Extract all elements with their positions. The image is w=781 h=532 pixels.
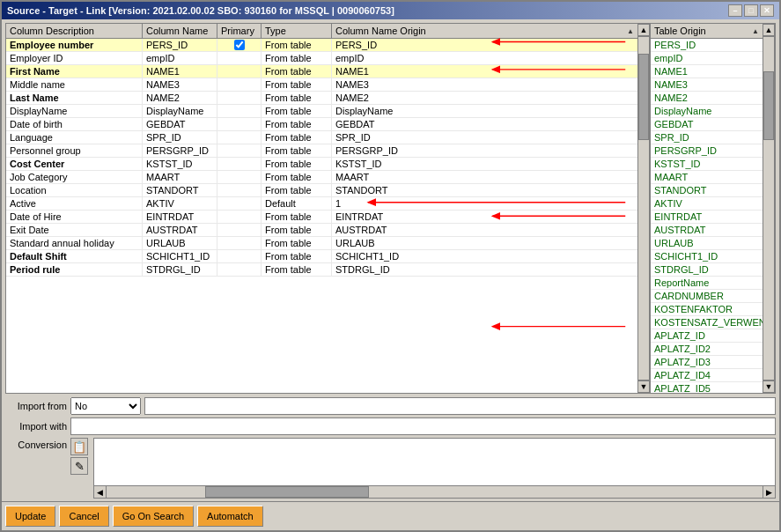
list-item[interactable]: APLATZ_ID4 <box>651 369 763 382</box>
h-scrollbar[interactable]: ◀ ▶ <box>93 486 776 499</box>
scroll-track[interactable] <box>637 36 650 381</box>
table-row[interactable]: Middle nameNAME3From tableNAME3 <box>6 78 637 92</box>
list-item[interactable]: MAART <box>651 171 763 184</box>
cell-primary[interactable] <box>217 52 262 64</box>
h-scroll-thumb[interactable] <box>205 486 369 498</box>
list-item[interactable]: AUSTRDAT <box>651 224 763 237</box>
list-item[interactable]: KOSTENSATZ_VERWENDEN <box>651 316 763 329</box>
list-item[interactable]: APLATZ_ID3 <box>651 356 763 369</box>
automatch-button[interactable]: Automatch <box>197 506 263 527</box>
cell-primary[interactable] <box>217 224 262 236</box>
h-scroll-left[interactable]: ◀ <box>94 486 107 498</box>
table-row[interactable]: Period ruleSTDRGL_IDFrom tableSTDRGL_ID <box>6 263 637 277</box>
table-row[interactable]: First NameNAME1From tableNAME1 <box>6 65 637 78</box>
table-row[interactable]: Exit DateAUSTRDATFrom tableAUSTRDAT <box>6 224 637 237</box>
table-row[interactable]: Employee numberPERS_IDFrom tablePERS_ID <box>6 39 637 52</box>
list-item[interactable]: URLAUB <box>651 237 763 250</box>
list-item[interactable]: PERSGRP_ID <box>651 144 763 158</box>
cell-primary[interactable] <box>217 105 262 117</box>
close-button[interactable]: ✕ <box>760 4 774 17</box>
right-scroll-thumb[interactable] <box>763 71 774 140</box>
cell-primary[interactable] <box>217 78 262 91</box>
minimize-button[interactable]: – <box>728 4 742 17</box>
list-item[interactable]: AKTIV <box>651 197 763 211</box>
table-row[interactable]: Cost CenterKSTST_IDFrom tableKSTST_ID <box>6 158 637 171</box>
cell-primary[interactable] <box>217 184 262 196</box>
h-scroll-track[interactable] <box>107 486 763 498</box>
edit-icon-btn[interactable]: ✎ <box>70 457 88 475</box>
col-header-type[interactable]: Type <box>262 24 332 38</box>
list-item[interactable]: PERS_ID <box>651 39 763 52</box>
table-row[interactable]: Date of HireEINTRDATFrom tableEINTRDAT <box>6 211 637 224</box>
maximize-button[interactable]: □ <box>744 4 758 17</box>
list-item[interactable]: GEBDAT <box>651 118 763 131</box>
table-row[interactable]: Job CategoryMAARTFrom tableMAART <box>6 171 637 184</box>
cell-name: STDRGL_ID <box>143 263 217 276</box>
list-item[interactable]: CARDNUMBER <box>651 290 763 303</box>
cell-primary[interactable] <box>217 250 262 262</box>
copy-icon-btn[interactable]: 📋 <box>70 438 88 455</box>
right-scrollbar[interactable]: ▲ ▼ <box>763 24 775 393</box>
table-row[interactable]: Date of birthGEBDATFrom tableGEBDAT <box>6 118 637 131</box>
cell-primary[interactable] <box>217 131 262 144</box>
list-item[interactable]: STDRGL_ID <box>651 263 763 277</box>
cell-primary[interactable] <box>217 118 262 130</box>
cell-primary[interactable] <box>217 263 262 276</box>
list-item[interactable]: APLATZ_ID5 <box>651 382 763 393</box>
list-item[interactable]: APLATZ_ID2 <box>651 343 763 356</box>
col-header-primary[interactable]: Primary <box>217 24 262 38</box>
go-on-search-button[interactable]: Go On Search <box>113 506 194 527</box>
cell-primary[interactable] <box>217 65 262 78</box>
scroll-up-arrow[interactable]: ▲ <box>637 24 650 36</box>
cell-primary[interactable] <box>217 171 262 183</box>
table-row[interactable]: DisplayNameDisplayNameFrom tableDisplayN… <box>6 105 637 118</box>
table-row[interactable]: LanguageSPR_IDFrom tableSPR_ID <box>6 131 637 144</box>
cell-primary[interactable] <box>217 92 262 104</box>
cell-primary[interactable] <box>217 237 262 249</box>
table-row[interactable]: Default ShiftSCHICHT1_IDFrom tableSCHICH… <box>6 250 637 263</box>
list-item[interactable]: STANDORT <box>651 184 763 197</box>
right-scroll-down-arrow[interactable]: ▼ <box>763 381 775 393</box>
col-header-table-origin[interactable]: Table Origin ▲ <box>651 24 763 38</box>
bottom-form: Import from No Yes Import with Conversio… <box>5 397 776 501</box>
scroll-thumb[interactable] <box>638 54 649 139</box>
cell-primary[interactable] <box>217 197 262 210</box>
conversion-box[interactable] <box>93 438 776 486</box>
list-item[interactable]: SCHICHT1_ID <box>651 250 763 263</box>
table-row[interactable]: Employer IDempIDFrom tableempID <box>6 52 637 65</box>
left-scrollbar[interactable]: ▲ ▼ <box>637 24 650 393</box>
update-button[interactable]: Update <box>5 506 55 527</box>
list-item[interactable]: KSTST_ID <box>651 158 763 171</box>
cancel-button[interactable]: Cancel <box>59 506 108 527</box>
table-row[interactable]: LocationSTANDORTFrom tableSTANDORT <box>6 184 637 197</box>
col-header-desc[interactable]: Column Description <box>6 24 143 38</box>
cell-primary[interactable] <box>217 158 262 170</box>
list-item[interactable]: ReportName <box>651 277 763 290</box>
list-item[interactable]: NAME3 <box>651 78 763 92</box>
list-item[interactable]: APLATZ_ID <box>651 329 763 343</box>
table-row[interactable]: Last NameNAME2From tableNAME2 <box>6 92 637 105</box>
list-item[interactable]: SPR_ID <box>651 131 763 144</box>
list-item[interactable]: empID <box>651 52 763 65</box>
col-header-origin[interactable]: Column Name Origin ▲ <box>332 24 637 38</box>
list-item[interactable]: NAME1 <box>651 65 763 78</box>
col-header-name[interactable]: Column Name <box>143 24 217 38</box>
cell-primary[interactable] <box>217 211 262 223</box>
right-scroll-up-arrow[interactable]: ▲ <box>763 24 775 36</box>
cell-desc: First Name <box>6 65 143 78</box>
cell-origin: DisplayName <box>332 105 637 117</box>
table-row[interactable]: ActiveAKTIVDefault1 <box>6 197 637 211</box>
list-item[interactable]: EINTRDAT <box>651 211 763 224</box>
cell-primary[interactable] <box>217 39 262 51</box>
table-row[interactable]: Standard annual holidayURLAUBFrom tableU… <box>6 237 637 250</box>
cell-primary[interactable] <box>217 144 262 157</box>
cell-type: Default <box>262 197 332 210</box>
list-item[interactable]: KOSTENFAKTOR <box>651 303 763 316</box>
list-item[interactable]: NAME2 <box>651 92 763 105</box>
import-from-select[interactable]: No Yes <box>70 397 141 415</box>
right-scroll-track[interactable] <box>763 36 775 381</box>
table-row[interactable]: Personnel groupPERSGRP_IDFrom tablePERSG… <box>6 144 637 158</box>
scroll-down-arrow[interactable]: ▼ <box>637 381 650 393</box>
h-scroll-right[interactable]: ▶ <box>763 486 775 498</box>
list-item[interactable]: DisplayName <box>651 105 763 118</box>
